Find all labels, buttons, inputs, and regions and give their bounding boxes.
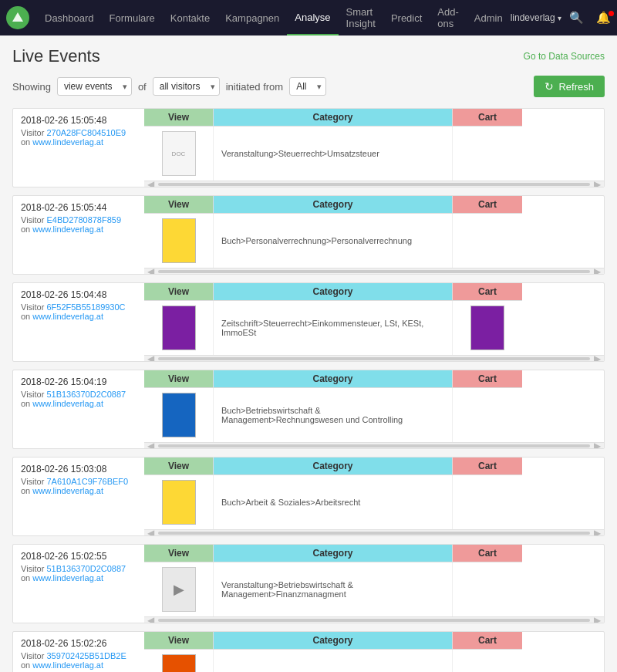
view-header: View: [144, 632, 214, 650]
event-content: View Category Buch>Steuerrecht>Einkommen…: [144, 632, 604, 672]
nav-item-dashboard[interactable]: Dashboard: [37, 0, 102, 35]
view-body: [144, 650, 214, 672]
event-row: 2018-02-26 15:02:55 Visitor 51B136370D2C…: [12, 544, 605, 623]
visitor-link[interactable]: 51B136370D2C0887: [46, 564, 126, 573]
track[interactable]: View Category Zeitschrift>Steuerrecht>Ei…: [144, 283, 604, 355]
view-body: [144, 214, 214, 268]
category-body: Zeitschrift>Steuerrecht>Einkommensteuer,…: [214, 301, 453, 355]
search-icon[interactable]: 🔍: [565, 11, 588, 25]
event-content: View Category Buch>Arbeit & Soziales>Arb…: [144, 458, 604, 535]
event-row: 2018-02-26 15:05:48 Visitor 270A28FC8045…: [12, 108, 605, 187]
event-content: View DOC Category Veranstaltung>Steuerre…: [144, 109, 604, 187]
visitor-link[interactable]: 6F52F5B55189930C: [46, 302, 125, 312]
category-body: Buch>Steuerrecht>Einkommensteuer, LSt, K…: [214, 650, 453, 672]
refresh-button[interactable]: ↻ Refresh: [534, 76, 605, 97]
nav-item-smart-insight[interactable]: Smart Insight: [339, 0, 383, 35]
site-link[interactable]: www.lindeverlag.at: [32, 660, 103, 670]
nav-item-kampagnen[interactable]: Kampagnen: [217, 0, 287, 35]
visitor-link[interactable]: 270A28FC804510E9: [46, 128, 126, 137]
go-to-data-sources-link[interactable]: Go to Data Sources: [524, 51, 605, 62]
event-meta: 2018-02-26 15:04:19 Visitor 51B136370D2C…: [13, 370, 144, 448]
initiated-from-label: initiated from: [226, 81, 283, 93]
cart-body: [453, 650, 522, 672]
col-view: View: [144, 283, 214, 355]
track[interactable]: View ▶ Category Veranstaltung>Betriebswi…: [144, 545, 604, 616]
event-time: 2018-02-26 15:02:26: [21, 638, 137, 649]
view-header: View: [144, 283, 214, 301]
col-cart: Cart: [453, 370, 522, 442]
site-link[interactable]: www.lindeverlag.at: [32, 486, 103, 495]
col-view: View: [144, 458, 214, 529]
event-visitor: Visitor 51B136370D2C0887: [21, 564, 137, 573]
event-row: 2018-02-26 15:02:26 Visitor 359702425B51…: [12, 631, 605, 672]
event-site: on www.lindeverlag.at: [21, 137, 137, 147]
col-category: Category Buch>Arbeit & Soziales>Arbeitsr…: [214, 458, 453, 529]
all-select[interactable]: All: [289, 77, 326, 96]
view-header: View: [144, 196, 214, 214]
event-site: on www.lindeverlag.at: [21, 573, 137, 583]
col-view: View: [144, 196, 214, 268]
event-visitor: Visitor 270A28FC804510E9: [21, 128, 137, 137]
all-visitors-select[interactable]: all visitors: [153, 77, 220, 96]
cart-header: Cart: [453, 545, 522, 562]
category-header: Category: [214, 196, 453, 214]
visitor-link[interactable]: 7A610A1C9F76BEF0: [46, 477, 128, 486]
site-link[interactable]: www.lindeverlag.at: [32, 399, 103, 408]
nav-item-analyse[interactable]: Analyse: [287, 0, 338, 35]
cart-header: Cart: [453, 109, 522, 127]
category-header: Category: [214, 632, 453, 650]
events-list: 2018-02-26 15:05:48 Visitor 270A28FC8045…: [12, 108, 605, 672]
event-visitor: Visitor 7A610A1C9F76BEF0: [21, 477, 137, 486]
view-events-select-wrap: view events ▾: [57, 77, 132, 96]
event-content: View Category Zeitschrift>Steuerrecht>Ei…: [144, 283, 604, 361]
col-view: View DOC: [144, 109, 214, 181]
cart-header: Cart: [453, 458, 522, 475]
event-content: View Category Buch>Personalverrechnung>P…: [144, 196, 604, 274]
event-time: 2018-02-26 15:05:48: [21, 115, 137, 126]
track[interactable]: View Category Buch>Steuerrecht>Einkommen…: [144, 632, 604, 672]
track[interactable]: View Category Buch>Betriebswirtschaft & …: [144, 370, 604, 442]
event-row: 2018-02-26 15:04:19 Visitor 51B136370D2C…: [12, 370, 605, 449]
event-meta: 2018-02-26 15:05:48 Visitor 270A28FC8045…: [13, 109, 144, 187]
site-link[interactable]: www.lindeverlag.at: [32, 225, 103, 234]
visitor-link[interactable]: E4BD2780878F859: [46, 215, 121, 225]
nav-user-label[interactable]: lindeverlag▾: [511, 12, 561, 23]
nav-logo[interactable]: [6, 6, 29, 29]
event-meta: 2018-02-26 15:02:26 Visitor 359702425B51…: [13, 632, 144, 672]
nav-item-predict[interactable]: Predict: [383, 0, 430, 35]
nav-item-addons[interactable]: Add-ons: [430, 0, 466, 35]
visitor-link[interactable]: 359702425B51DB2E: [46, 651, 126, 660]
event-site: on www.lindeverlag.at: [21, 399, 137, 408]
cart-body: [453, 562, 522, 616]
track[interactable]: View DOC Category Veranstaltung>Steuerre…: [144, 109, 604, 181]
nav-icon-wrap: 🔔: [592, 11, 615, 25]
event-visitor: Visitor E4BD2780878F859: [21, 215, 137, 225]
event-visitor: Visitor 359702425B51DB2E: [21, 651, 137, 660]
visitor-link[interactable]: 51B136370D2C0887: [46, 390, 126, 399]
site-link[interactable]: www.lindeverlag.at: [32, 573, 103, 583]
event-meta: 2018-02-26 15:03:08 Visitor 7A610A1C9F76…: [13, 458, 144, 535]
event-site: on www.lindeverlag.at: [21, 660, 137, 670]
site-link[interactable]: www.lindeverlag.at: [32, 137, 103, 147]
page-header: Live Events Go to Data Sources: [12, 46, 605, 66]
main-nav: Dashboard Formulare Kontakte Kampagnen A…: [0, 0, 617, 35]
category-header: Category: [214, 370, 453, 388]
cart-body: [453, 388, 522, 442]
cart-header: Cart: [453, 283, 522, 301]
nav-item-kontakte[interactable]: Kontakte: [163, 0, 217, 35]
refresh-label: Refresh: [558, 81, 594, 93]
event-content: View Category Buch>Betriebswirtschaft & …: [144, 370, 604, 448]
category-body: Buch>Personalverrechnung>Personalverrech…: [214, 214, 453, 268]
track[interactable]: View Category Buch>Arbeit & Soziales>Arb…: [144, 458, 604, 529]
site-link[interactable]: www.lindeverlag.at: [32, 312, 103, 321]
track[interactable]: View Category Buch>Personalverrechnung>P…: [144, 196, 604, 268]
view-events-select[interactable]: view events: [57, 77, 132, 96]
col-cart: Cart: [453, 458, 522, 529]
category-header: Category: [214, 545, 453, 562]
category-body: Buch>Arbeit & Soziales>Arbeitsrecht: [214, 475, 453, 529]
category-header: Category: [214, 283, 453, 301]
nav-item-admin[interactable]: Admin: [467, 0, 511, 35]
view-header: View: [144, 370, 214, 388]
cart-header: Cart: [453, 370, 522, 388]
nav-item-formulare[interactable]: Formulare: [102, 0, 163, 35]
